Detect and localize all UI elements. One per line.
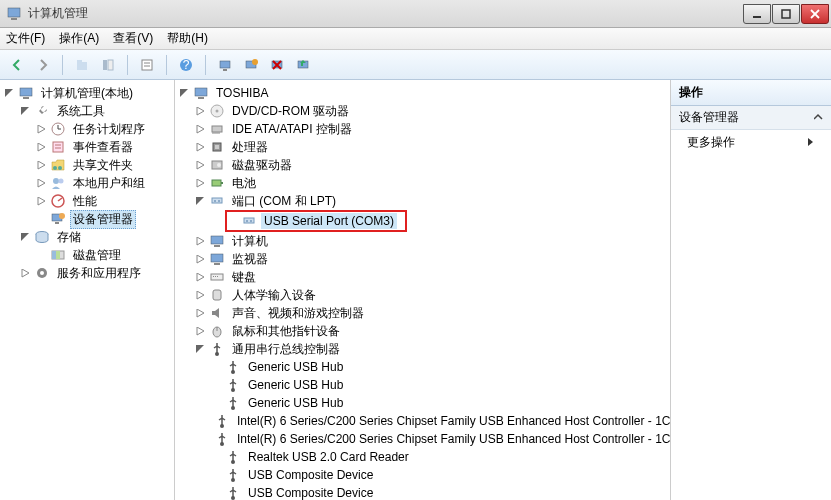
- tree-ide[interactable]: IDE ATA/ATAPI 控制器: [177, 120, 668, 138]
- tree-usb-item[interactable]: USB Composite Device: [177, 484, 668, 500]
- expander-icon[interactable]: [195, 160, 206, 171]
- menu-file[interactable]: 文件(F): [6, 30, 45, 47]
- close-button[interactable]: [801, 4, 829, 24]
- tree-usb-controllers[interactable]: 通用串行总线控制器: [177, 340, 668, 358]
- toolbar: ?: [0, 50, 831, 80]
- svg-rect-69: [211, 254, 223, 262]
- menu-help[interactable]: 帮助(H): [167, 30, 208, 47]
- tree-shared-folders[interactable]: 共享文件夹: [2, 156, 172, 174]
- tree-dvd[interactable]: DVD/CD-ROM 驱动器: [177, 102, 668, 120]
- scan-button[interactable]: [214, 54, 236, 76]
- toolbar-separator: [166, 55, 167, 75]
- expander-icon[interactable]: [4, 88, 15, 99]
- svg-rect-61: [212, 198, 222, 203]
- tree-device-manager[interactable]: 设备管理器: [2, 210, 172, 228]
- tree-monitors[interactable]: 监视器: [177, 250, 668, 268]
- tree-computer-root[interactable]: TOSHIBA: [177, 84, 668, 102]
- tree-label: 任务计划程序: [70, 120, 148, 139]
- tree-usb-item[interactable]: USB Composite Device: [177, 466, 668, 484]
- tree-keyboard[interactable]: 键盘: [177, 268, 668, 286]
- device-tree[interactable]: TOSHIBA DVD/CD-ROM 驱动器 IDE ATA/ATAPI 控制器…: [175, 80, 670, 500]
- expander-icon[interactable]: [195, 142, 206, 153]
- tree-system-tools[interactable]: 系统工具: [2, 102, 172, 120]
- tree-task-scheduler[interactable]: 任务计划程序: [2, 120, 172, 138]
- help-button[interactable]: ?: [175, 54, 197, 76]
- expander-icon[interactable]: [195, 308, 206, 319]
- expander-icon[interactable]: [179, 88, 190, 99]
- expander-icon[interactable]: [36, 124, 47, 135]
- expander-icon[interactable]: [36, 196, 47, 207]
- back-button[interactable]: [6, 54, 28, 76]
- tree-label: USB Serial Port (COM3): [261, 213, 397, 229]
- tree-usb-item[interactable]: Intel(R) 6 Series/C200 Series Chipset Fa…: [177, 430, 668, 448]
- tree-usb-item[interactable]: Generic USB Hub: [177, 358, 668, 376]
- svg-point-49: [216, 110, 219, 113]
- expander-icon[interactable]: [36, 160, 47, 171]
- maximize-button[interactable]: [772, 4, 800, 24]
- expander-icon[interactable]: [20, 106, 31, 117]
- tree-label: 性能: [70, 192, 100, 211]
- forward-button[interactable]: [32, 54, 54, 76]
- tree-mouse[interactable]: 鼠标和其他指针设备: [177, 322, 668, 340]
- tree-computer[interactable]: 计算机: [177, 232, 668, 250]
- expander-icon[interactable]: [195, 272, 206, 283]
- menu-view[interactable]: 查看(V): [113, 30, 153, 47]
- hid-icon: [209, 287, 225, 303]
- tree-performance[interactable]: 性能: [2, 192, 172, 210]
- expander-icon[interactable]: [20, 268, 31, 279]
- tree-event-viewer[interactable]: 事件查看器: [2, 138, 172, 156]
- usb-items-container: Generic USB HubGeneric USB HubGeneric US…: [177, 358, 668, 500]
- svg-point-33: [53, 178, 59, 184]
- minimize-button[interactable]: [743, 4, 771, 24]
- up-button[interactable]: [71, 54, 93, 76]
- expander-icon[interactable]: [36, 178, 47, 189]
- usb-icon: [214, 431, 230, 447]
- performance-icon: [50, 193, 66, 209]
- tree-cpu[interactable]: 处理器: [177, 138, 668, 156]
- svg-rect-64: [244, 218, 254, 223]
- svg-rect-10: [142, 60, 152, 70]
- svg-rect-50: [212, 126, 222, 132]
- svg-point-45: [40, 271, 44, 275]
- expander-icon[interactable]: [20, 232, 31, 243]
- tree-usb-item[interactable]: Generic USB Hub: [177, 394, 668, 412]
- expander-icon[interactable]: [195, 178, 206, 189]
- action-more[interactable]: 更多操作: [671, 130, 831, 155]
- collapse-icon[interactable]: [814, 111, 823, 125]
- svg-rect-15: [220, 61, 230, 68]
- expander-icon[interactable]: [195, 254, 206, 265]
- tree-storage[interactable]: 存储: [2, 228, 172, 246]
- tree-root-computer-management[interactable]: 计算机管理(本地): [2, 84, 172, 102]
- tree-usb-item[interactable]: Realtek USB 2.0 Card Reader: [177, 448, 668, 466]
- tree-local-users[interactable]: 本地用户和组: [2, 174, 172, 192]
- uninstall-button[interactable]: [266, 54, 288, 76]
- services-icon: [34, 265, 50, 281]
- properties-button[interactable]: [136, 54, 158, 76]
- tree-disk-management[interactable]: 磁盘管理: [2, 246, 172, 264]
- actions-section-title[interactable]: 设备管理器: [671, 106, 831, 130]
- expander-spacer: [36, 250, 47, 261]
- expander-icon[interactable]: [195, 196, 206, 207]
- expander-icon[interactable]: [195, 290, 206, 301]
- tree-ports[interactable]: 端口 (COM 和 LPT): [177, 192, 668, 210]
- tree-usb-item[interactable]: Generic USB Hub: [177, 376, 668, 394]
- tree-battery[interactable]: 电池: [177, 174, 668, 192]
- tree-disk-drive[interactable]: 磁盘驱动器: [177, 156, 668, 174]
- tree-usb-serial-port[interactable]: USB Serial Port (COM3): [227, 212, 405, 230]
- expander-icon[interactable]: [36, 142, 47, 153]
- tree-sound[interactable]: 声音、视频和游戏控制器: [177, 304, 668, 322]
- menu-action[interactable]: 操作(A): [59, 30, 99, 47]
- tree-usb-item[interactable]: Intel(R) 6 Series/C200 Series Chipset Fa…: [177, 412, 668, 430]
- expander-icon[interactable]: [195, 124, 206, 135]
- left-tree[interactable]: 计算机管理(本地) 系统工具 任务计划程序 事件查看器 共享文件夹: [0, 80, 174, 286]
- expander-icon[interactable]: [195, 344, 206, 355]
- refresh-button[interactable]: [240, 54, 262, 76]
- expander-icon[interactable]: [195, 326, 206, 337]
- tree-services[interactable]: 服务和应用程序: [2, 264, 172, 282]
- tree-label: 鼠标和其他指针设备: [229, 322, 343, 341]
- expander-icon[interactable]: [195, 106, 206, 117]
- expander-icon[interactable]: [195, 236, 206, 247]
- update-driver-button[interactable]: [292, 54, 314, 76]
- tree-hid[interactable]: 人体学输入设备: [177, 286, 668, 304]
- show-hide-button[interactable]: [97, 54, 119, 76]
